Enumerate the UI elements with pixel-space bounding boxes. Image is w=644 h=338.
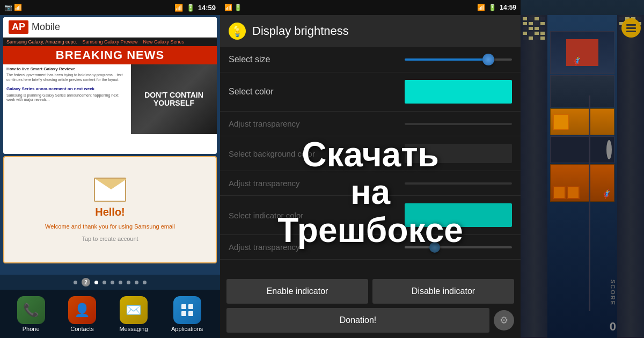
dot-5[interactable] bbox=[119, 281, 122, 284]
transparency-slider1[interactable] bbox=[405, 123, 512, 125]
game-character: 🦸 bbox=[572, 56, 582, 66]
left-panel: 📷 📶 📶 🔋 14:59 AP Mobile Samsung Galaxy, … bbox=[0, 0, 220, 338]
ap-article2-title: Galaxy Series announcement on next week bbox=[6, 86, 128, 92]
svg-rect-0 bbox=[181, 304, 186, 309]
left-status-bar: 📷 📶 📶 🔋 14:59 bbox=[0, 0, 220, 15]
mid-status-bar: 📶 🔋 📶 🔋 14:59 bbox=[220, 0, 521, 15]
select-color-row: Select color bbox=[220, 72, 521, 112]
dock-applications[interactable]: Applications bbox=[171, 296, 203, 332]
left-status-right: 📶 🔋 14:59 bbox=[174, 4, 216, 12]
mid-signal-right: 📶 bbox=[477, 4, 485, 11]
win bbox=[540, 36, 545, 40]
disable-indicator-button[interactable]: Disable indicator bbox=[372, 279, 514, 304]
ap-image-column: DON'T CONTAIN YOURSELF bbox=[131, 64, 217, 134]
win bbox=[535, 22, 539, 25]
samsung-email-card[interactable]: Hello! Welcome and thank you for using S… bbox=[3, 156, 217, 263]
menu-line-3 bbox=[626, 31, 636, 32]
win bbox=[535, 36, 539, 40]
dot-8[interactable] bbox=[143, 281, 147, 284]
building-block-3 bbox=[550, 108, 614, 135]
menu-button[interactable] bbox=[621, 18, 641, 38]
building-block-4 bbox=[550, 136, 614, 163]
mid-container: Select size Select color Adjust transpar… bbox=[220, 47, 521, 338]
app-dock: 📞 Phone 👤 Contacts ✉️ Messaging Applicat… bbox=[0, 290, 220, 338]
transparency-slider2[interactable] bbox=[405, 182, 512, 185]
dot-7[interactable] bbox=[135, 281, 138, 284]
display-brightness-title: Display brightness bbox=[252, 24, 349, 38]
dot-3[interactable] bbox=[103, 281, 106, 284]
envelope-icon bbox=[94, 178, 126, 202]
game-mid-area: 🦸 🦸‍♂️ bbox=[547, 15, 617, 338]
ap-nav-item1: Samsung Galaxy, Amazing серс. bbox=[6, 39, 77, 45]
select-bg-color-label: Select background color bbox=[229, 149, 315, 158]
ap-nav-bar: Samsung Galaxy, Amazing серс. Samsung Ga… bbox=[3, 38, 217, 46]
dot-4[interactable] bbox=[111, 281, 114, 284]
left-time: 14:59 bbox=[198, 4, 216, 12]
phone-icon: 📞 bbox=[17, 296, 45, 324]
win bbox=[523, 27, 527, 30]
win bbox=[529, 32, 533, 35]
crate bbox=[567, 186, 580, 199]
indicator-color-swatch[interactable] bbox=[405, 203, 512, 227]
win bbox=[540, 22, 545, 25]
win bbox=[529, 27, 533, 30]
dot-active[interactable] bbox=[94, 281, 98, 284]
transparency-thumb3[interactable] bbox=[429, 242, 440, 253]
enable-indicator-button[interactable]: Enable indicator bbox=[226, 279, 368, 304]
donation-settings-icon[interactable]: ⚙ bbox=[494, 310, 514, 330]
color-swatch-cyan[interactable] bbox=[405, 80, 512, 104]
dot-6[interactable] bbox=[127, 281, 130, 284]
crate bbox=[553, 186, 566, 199]
menu-line-1 bbox=[626, 24, 636, 26]
win bbox=[637, 17, 641, 20]
ap-mobile-card[interactable]: AP Mobile Samsung Galaxy, Amazing серс. … bbox=[3, 17, 217, 154]
vertical-score-bar bbox=[589, 95, 590, 311]
dock-contacts[interactable]: 👤 Contacts bbox=[68, 296, 96, 332]
dock-messaging[interactable]: ✉️ Messaging bbox=[119, 296, 148, 332]
envelope-flap bbox=[95, 179, 127, 189]
win bbox=[523, 17, 527, 20]
ap-mobile-label: Mobile bbox=[32, 21, 60, 33]
hero-character: 🦸‍♂️ bbox=[601, 189, 612, 199]
left-building-windows bbox=[521, 15, 547, 42]
adjust-transparency-row1: Adjust transparency bbox=[220, 112, 521, 136]
ap-text-column: How to live Smart Galaxy Review: The fed… bbox=[3, 64, 131, 134]
win bbox=[535, 27, 539, 30]
size-slider[interactable] bbox=[405, 58, 512, 61]
win bbox=[535, 32, 539, 35]
left-building bbox=[521, 15, 547, 337]
samsung-welcome-text: Welcome and thank you for using Samsung … bbox=[45, 223, 175, 231]
select-bg-color-row: Select background color bbox=[220, 136, 521, 171]
donation-button[interactable]: Donation! bbox=[226, 308, 489, 333]
left-status-icons: 📷 📶 bbox=[4, 4, 22, 11]
middle-panel: 📶 🔋 📶 🔋 14:59 💡 Display brightness Selec… bbox=[220, 0, 521, 338]
app-cards-area: AP Mobile Samsung Galaxy, Amazing серс. … bbox=[0, 15, 220, 275]
win bbox=[523, 36, 527, 40]
select-size-row: Select size bbox=[220, 47, 521, 72]
dock-messaging-label: Messaging bbox=[119, 326, 148, 332]
mid-header: 💡 Display brightness bbox=[220, 15, 521, 47]
transparency-slider3[interactable] bbox=[405, 246, 512, 248]
select-indicator-color-row: Select indicator color bbox=[220, 196, 521, 235]
bg-color-swatch[interactable] bbox=[405, 144, 512, 163]
win bbox=[540, 17, 545, 20]
ap-breaking-news: BREAKING NEWS bbox=[3, 46, 217, 64]
dot-1[interactable] bbox=[74, 281, 77, 284]
svg-rect-1 bbox=[188, 304, 193, 309]
applications-icon bbox=[173, 296, 201, 324]
contacts-icon: 👤 bbox=[68, 296, 96, 324]
samsung-tap-text: Tap to create account bbox=[82, 236, 138, 242]
mid-status-right: 📶 🔋 14:59 bbox=[477, 4, 516, 11]
right-building bbox=[617, 15, 644, 337]
dock-phone[interactable]: 📞 Phone bbox=[17, 296, 45, 332]
svg-rect-2 bbox=[181, 311, 186, 316]
messaging-icon: ✉️ bbox=[120, 296, 148, 324]
mid-status-left: 📶 🔋 bbox=[224, 4, 242, 11]
dots-pagination: 2 bbox=[0, 275, 220, 290]
dock-applications-label: Applications bbox=[171, 326, 203, 332]
crate-icon bbox=[553, 114, 569, 130]
ap-article1-body: The federal government has been trying t… bbox=[6, 73, 128, 82]
samsung-hello-text: Hello! bbox=[95, 206, 125, 218]
size-slider-thumb[interactable] bbox=[482, 54, 494, 65]
win bbox=[535, 17, 539, 20]
